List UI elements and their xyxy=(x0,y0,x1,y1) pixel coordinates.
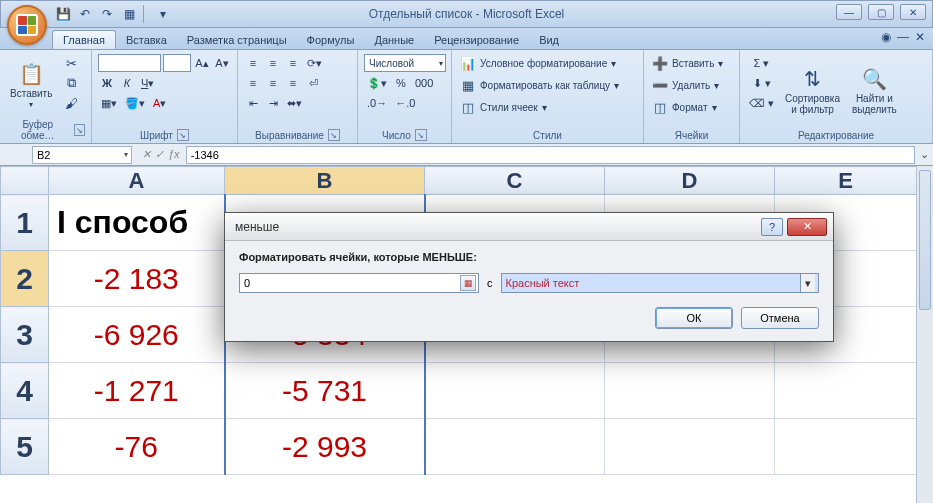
cancel-formula-button[interactable]: ✕ xyxy=(142,148,151,161)
autosum-button[interactable]: Σ ▾ xyxy=(746,54,777,72)
comma-format-button[interactable]: 000 xyxy=(412,74,436,92)
tab-page-layout[interactable]: Разметка страницы xyxy=(177,31,297,49)
conditional-formatting-button[interactable]: 📊Условное форматирование ▾ xyxy=(458,54,637,72)
insert-function-button[interactable]: ƒx xyxy=(168,148,180,161)
enter-formula-button[interactable]: ✓ xyxy=(155,148,164,161)
borders-button[interactable]: ▦▾ xyxy=(98,94,120,112)
qat-redo-button[interactable]: ↷ xyxy=(97,4,117,24)
col-header-c[interactable]: C xyxy=(425,167,605,195)
italic-button[interactable]: К xyxy=(118,74,136,92)
accounting-format-button[interactable]: 💲▾ xyxy=(364,74,390,92)
ok-button[interactable]: ОК xyxy=(655,307,733,329)
number-format-combo[interactable]: Числовой xyxy=(364,54,446,72)
orientation-button[interactable]: ⟳▾ xyxy=(304,54,325,72)
clear-button[interactable]: ⌫ ▾ xyxy=(746,94,777,112)
workbook-close-button[interactable]: ✕ xyxy=(915,30,925,44)
number-dialog-launcher[interactable]: ↘ xyxy=(415,129,427,141)
align-top-button[interactable]: ≡ xyxy=(244,54,262,72)
range-picker-button[interactable]: ▦ xyxy=(460,275,476,291)
cells-format-button[interactable]: ◫Формат ▾ xyxy=(650,98,733,116)
row-header-3[interactable]: 3 xyxy=(1,307,49,363)
cell-a2[interactable]: -2 183 xyxy=(49,251,225,307)
cell-d4[interactable] xyxy=(605,363,775,419)
sort-filter-button[interactable]: ⇅ Сортировка и фильтр xyxy=(781,54,844,128)
decrease-indent-button[interactable]: ⇤ xyxy=(244,94,262,112)
qat-undo-button[interactable]: ↶ xyxy=(75,4,95,24)
increase-indent-button[interactable]: ⇥ xyxy=(264,94,282,112)
align-bottom-button[interactable]: ≡ xyxy=(284,54,302,72)
name-box[interactable]: B2 xyxy=(32,146,132,164)
vertical-scrollbar[interactable] xyxy=(916,166,933,503)
tab-view[interactable]: Вид xyxy=(529,31,569,49)
tab-review[interactable]: Рецензирование xyxy=(424,31,529,49)
window-close-button[interactable]: ✕ xyxy=(900,4,926,20)
cell-b4[interactable]: -5 731 xyxy=(225,363,425,419)
cell-c5[interactable] xyxy=(425,419,605,475)
align-left-button[interactable]: ≡ xyxy=(244,74,262,92)
dialog-close-button[interactable]: ✕ xyxy=(787,218,827,236)
tab-formulas[interactable]: Формулы xyxy=(297,31,365,49)
cell-e4[interactable] xyxy=(775,363,917,419)
alignment-dialog-launcher[interactable]: ↘ xyxy=(328,129,340,141)
font-name-combo[interactable] xyxy=(98,54,161,72)
cell-a4[interactable]: -1 271 xyxy=(49,363,225,419)
dialog-help-button[interactable]: ? xyxy=(761,218,783,236)
col-header-e[interactable]: E xyxy=(775,167,917,195)
merge-center-button[interactable]: ⬌▾ xyxy=(284,94,305,112)
qat-styles-button[interactable]: ▦ xyxy=(119,4,139,24)
ribbon-minimize-button[interactable]: — xyxy=(897,30,909,44)
format-as-table-button[interactable]: ▦Форматировать как таблицу ▾ xyxy=(458,76,637,94)
align-center-button[interactable]: ≡ xyxy=(264,74,282,92)
row-header-2[interactable]: 2 xyxy=(1,251,49,307)
cell-b5[interactable]: -2 993 xyxy=(225,419,425,475)
wrap-text-button[interactable]: ⏎ xyxy=(304,74,322,92)
cancel-button[interactable]: Отмена xyxy=(741,307,819,329)
font-color-button[interactable]: A▾ xyxy=(150,94,169,112)
format-painter-button[interactable]: 🖌 xyxy=(60,94,82,112)
paste-button[interactable]: 📋 Вставить ▾ xyxy=(6,54,56,117)
cell-a5[interactable]: -76 xyxy=(49,419,225,475)
dialog-titlebar[interactable]: меньше ? ✕ xyxy=(225,213,833,241)
align-right-button[interactable]: ≡ xyxy=(284,74,302,92)
cell-a1[interactable]: I способ xyxy=(49,195,225,251)
tab-data[interactable]: Данные xyxy=(364,31,424,49)
align-middle-button[interactable]: ≡ xyxy=(264,54,282,72)
cell-styles-button[interactable]: ◫Стили ячеек ▾ xyxy=(458,98,637,116)
copy-button[interactable]: ⧉ xyxy=(60,74,82,92)
clipboard-dialog-launcher[interactable]: ↘ xyxy=(74,124,86,136)
percent-format-button[interactable]: % xyxy=(392,74,410,92)
col-header-b[interactable]: B xyxy=(225,167,425,195)
cut-button[interactable]: ✂ xyxy=(60,54,82,72)
tab-insert[interactable]: Вставка xyxy=(116,31,177,49)
row-header-4[interactable]: 4 xyxy=(1,363,49,419)
cell-c4[interactable] xyxy=(425,363,605,419)
row-header-5[interactable]: 5 xyxy=(1,419,49,475)
col-header-d[interactable]: D xyxy=(605,167,775,195)
grow-font-button[interactable]: A▴ xyxy=(193,54,211,72)
qat-customize-button[interactable]: ▾ xyxy=(153,4,173,24)
shrink-font-button[interactable]: A▾ xyxy=(213,54,231,72)
office-button[interactable] xyxy=(7,5,47,45)
fill-button[interactable]: ⬇ ▾ xyxy=(746,74,777,92)
bold-button[interactable]: Ж xyxy=(98,74,116,92)
qat-save-button[interactable]: 💾 xyxy=(53,4,73,24)
decrease-decimal-button[interactable]: ←.0 xyxy=(392,94,418,112)
cell-a3[interactable]: -6 926 xyxy=(49,307,225,363)
ribbon-help-button[interactable]: ◉ xyxy=(881,30,891,44)
cells-delete-button[interactable]: ➖Удалить ▾ xyxy=(650,76,733,94)
underline-button[interactable]: Ч▾ xyxy=(138,74,157,92)
font-size-combo[interactable] xyxy=(163,54,191,72)
row-header-1[interactable]: 1 xyxy=(1,195,49,251)
threshold-input[interactable]: 0 ▦ xyxy=(239,273,479,293)
increase-decimal-button[interactable]: .0→ xyxy=(364,94,390,112)
tab-home[interactable]: Главная xyxy=(52,30,116,49)
expand-formula-bar-button[interactable]: ⌄ xyxy=(915,148,933,161)
cell-d5[interactable] xyxy=(605,419,775,475)
cells-insert-button[interactable]: ➕Вставить ▾ xyxy=(650,54,733,72)
window-maximize-button[interactable]: ▢ xyxy=(868,4,894,20)
col-header-a[interactable]: A xyxy=(49,167,225,195)
scrollbar-thumb[interactable] xyxy=(919,170,931,310)
cell-e5[interactable] xyxy=(775,419,917,475)
format-style-select[interactable]: Красный текст xyxy=(501,273,820,293)
font-dialog-launcher[interactable]: ↘ xyxy=(177,129,189,141)
